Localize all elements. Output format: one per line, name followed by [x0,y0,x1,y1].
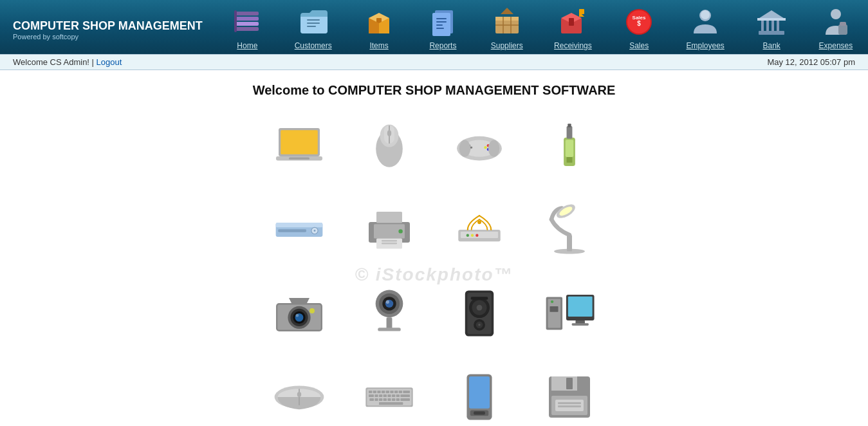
svg-rect-139 [374,394,378,397]
svg-rect-78 [382,240,397,241]
svg-rect-38 [771,19,774,31]
nav-item-expenses[interactable]: Expenses [814,5,858,54]
powered-by-label: Powered by softcopy [13,33,203,41]
nav-item-home[interactable]: Home [225,5,269,54]
svg-rect-129 [369,391,372,393]
nav-label-employees: Employees [686,39,724,54]
keyboard-device [351,362,428,426]
datetime-display: May 12, 2012 05:07 pm [767,57,855,67]
app-title: COMPUTER SHOP MANAGEMENT [13,19,203,33]
svg-rect-4 [234,10,237,32]
svg-rect-143 [392,394,395,397]
header: COMPUTER SHOP MANAGEMENT Powered by soft… [0,0,868,54]
svg-rect-153 [400,398,410,401]
svg-rect-164 [558,402,581,404]
wifi-router-device [441,194,518,265]
svg-rect-135 [394,391,398,393]
nav-item-sales[interactable]: Sales $ Sales [617,5,661,54]
laptop-device [261,111,338,181]
svg-rect-1 [235,17,259,21]
nav-label-bank: Bank [763,39,780,54]
svg-rect-15 [436,18,447,19]
svg-rect-76 [376,212,402,223]
svg-point-113 [478,324,481,326]
svg-rect-145 [400,394,410,397]
reports-icon [426,5,459,39]
svg-rect-88 [567,235,572,252]
svg-rect-133 [385,391,389,393]
svg-text:$: $ [637,20,641,27]
svg-rect-114 [470,297,488,299]
svg-point-85 [470,234,473,237]
svg-rect-79 [382,243,397,244]
nav-item-receivings[interactable]: Receivings [549,5,597,54]
svg-rect-44 [840,22,846,26]
svg-rect-82 [460,232,497,238]
nav-label-receivings: Receivings [554,39,592,54]
svg-rect-131 [377,391,380,393]
svg-rect-70 [275,223,322,227]
svg-rect-149 [383,398,386,401]
logout-link[interactable]: Logout [97,57,122,67]
svg-rect-160 [551,376,577,391]
main-nav: Home Customers [216,5,868,54]
nav-item-suppliers[interactable]: Suppliers [485,5,529,54]
svg-rect-39 [777,19,779,31]
nav-item-customers[interactable]: Customers [290,5,337,54]
employees-icon [688,5,722,39]
svg-rect-150 [387,398,391,401]
nav-item-reports[interactable]: Reports [421,5,465,54]
svg-rect-3 [235,27,259,31]
computer-mouse-device [261,362,338,426]
svg-rect-65 [565,140,573,157]
nav-label-expenses: Expenses [819,39,853,54]
svg-point-63 [488,140,499,157]
camera-device [261,278,338,349]
svg-rect-68 [566,157,572,163]
page-title: Welcome to COMPUTER SHOP MANAGEMENT SOFT… [253,83,616,98]
svg-rect-141 [383,394,386,397]
svg-rect-116 [548,299,560,328]
svg-point-83 [477,220,481,224]
svg-point-97 [295,314,299,317]
svg-rect-136 [398,391,402,393]
svg-rect-105 [378,328,401,331]
svg-point-62 [459,140,470,157]
svg-rect-130 [373,391,376,393]
svg-point-117 [550,301,553,303]
svg-rect-48 [289,158,309,160]
svg-point-61 [484,146,486,149]
svg-point-110 [476,305,482,311]
svg-rect-0 [235,12,259,15]
svg-rect-147 [374,398,378,401]
desk-lamp-device [531,194,608,265]
nav-label-reports: Reports [429,39,456,54]
svg-marker-24 [501,8,513,14]
svg-rect-71 [278,229,306,232]
svg-rect-118 [549,306,558,312]
bank-icon [755,5,788,39]
gamepad-device [441,111,518,181]
svg-rect-165 [558,405,581,407]
svg-rect-142 [387,394,391,397]
svg-rect-138 [369,394,374,397]
svg-rect-104 [386,317,392,329]
svg-point-103 [385,301,389,304]
nav-item-items[interactable]: Items [357,5,401,54]
svg-rect-156 [469,376,490,409]
nav-label-suppliers: Suppliers [491,39,523,54]
svg-rect-140 [379,394,382,397]
svg-rect-67 [568,124,571,127]
customers-icon [297,5,330,39]
svg-point-53 [387,130,391,136]
nav-item-employees[interactable]: Employees [681,5,729,54]
svg-point-80 [398,229,402,233]
svg-rect-161 [566,378,573,389]
dvd-drive-device [261,194,338,265]
nav-item-bank[interactable]: Bank [750,5,793,54]
svg-rect-16 [436,21,447,23]
svg-rect-2 [235,22,259,26]
welcome-text: Welcome CS Admin! | [13,57,94,67]
svg-rect-66 [566,126,572,139]
nav-label-home: Home [237,39,257,54]
